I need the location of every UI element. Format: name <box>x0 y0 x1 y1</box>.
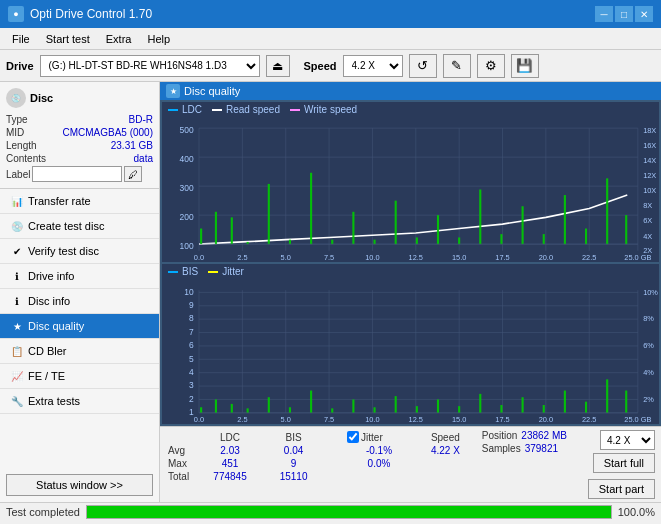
menu-file[interactable]: File <box>4 31 38 47</box>
disc-section: 💿 Disc Type BD-R MID CMCMAGBA5 (000) Len… <box>0 82 159 189</box>
read-speed-legend-label: Read speed <box>226 104 280 115</box>
sidebar-item-verify-test-disc[interactable]: ✔ Verify test disc <box>0 239 159 264</box>
svg-rect-116 <box>247 408 249 412</box>
svg-text:8: 8 <box>189 313 194 323</box>
svg-text:200: 200 <box>180 211 194 221</box>
svg-rect-44 <box>231 217 233 244</box>
total-ldc: 774845 <box>196 470 264 483</box>
eject-button[interactable]: ⏏ <box>266 55 290 77</box>
speed-col-header: Speed <box>415 430 476 444</box>
settings-button[interactable]: ⚙ <box>477 54 505 78</box>
svg-rect-125 <box>437 399 439 412</box>
sidebar: 💿 Disc Type BD-R MID CMCMAGBA5 (000) Len… <box>0 82 160 502</box>
label-input[interactable] <box>32 166 122 182</box>
svg-rect-123 <box>395 396 397 413</box>
drive-label: Drive <box>6 60 34 72</box>
avg-ldc: 2.03 <box>196 444 264 457</box>
total-bis: 15110 <box>264 470 323 483</box>
drive-select[interactable]: (G:) HL-DT-ST BD-RE WH16NS48 1.D3 <box>40 55 260 77</box>
svg-text:22.5: 22.5 <box>582 253 596 262</box>
ldc-col-header: LDC <box>196 430 264 444</box>
drive-info-icon: ℹ <box>10 269 24 283</box>
write-button[interactable]: ✎ <box>443 54 471 78</box>
speed-select[interactable]: 4.2 X <box>343 55 403 77</box>
chart1-svg: 500 400 300 200 100 18X 16X 14X 12X 10X … <box>162 117 659 262</box>
close-button[interactable]: ✕ <box>635 6 653 22</box>
sidebar-item-label: Disc info <box>28 295 70 307</box>
svg-rect-65 <box>162 279 659 424</box>
test-speed-select[interactable]: 4.2 X <box>600 430 655 450</box>
avg-jitter: -0.1% <box>343 444 415 457</box>
svg-rect-132 <box>585 402 587 413</box>
sidebar-item-cd-bler[interactable]: 📋 CD Bler <box>0 339 159 364</box>
speed-value: 4.22 X <box>415 444 476 457</box>
svg-rect-127 <box>479 394 481 413</box>
svg-rect-54 <box>437 215 439 244</box>
refresh-button[interactable]: ↺ <box>409 54 437 78</box>
jitter-legend-label: Jitter <box>222 266 244 277</box>
ldc-legend-color <box>168 109 178 111</box>
menu-extra[interactable]: Extra <box>98 31 140 47</box>
svg-text:0.0: 0.0 <box>194 253 204 262</box>
label-set-button[interactable]: 🖊 <box>124 166 142 182</box>
svg-rect-62 <box>606 178 608 244</box>
svg-rect-128 <box>500 405 502 413</box>
start-part-button[interactable]: Start part <box>588 479 655 499</box>
menu-help[interactable]: Help <box>139 31 178 47</box>
sidebar-item-label: Create test disc <box>28 220 104 232</box>
svg-rect-47 <box>289 240 291 244</box>
svg-rect-124 <box>416 406 418 413</box>
svg-rect-117 <box>268 397 270 413</box>
svg-text:100: 100 <box>180 240 194 250</box>
svg-text:7.5: 7.5 <box>324 253 334 262</box>
sidebar-item-disc-info[interactable]: ℹ Disc info <box>0 289 159 314</box>
svg-text:5: 5 <box>189 353 194 363</box>
sidebar-item-fe-te[interactable]: 📈 FE / TE <box>0 364 159 389</box>
speed-label: Speed <box>304 60 337 72</box>
minimize-button[interactable]: ─ <box>595 6 613 22</box>
svg-text:4: 4 <box>189 367 194 377</box>
sidebar-item-label: Extra tests <box>28 395 80 407</box>
svg-rect-130 <box>543 405 545 413</box>
svg-text:17.5: 17.5 <box>495 415 509 424</box>
content-icon: ★ <box>166 84 180 98</box>
sidebar-item-disc-quality[interactable]: ★ Disc quality <box>0 314 159 339</box>
fe-te-icon: 📈 <box>10 369 24 383</box>
svg-text:2.5: 2.5 <box>237 415 247 424</box>
bis-legend-color <box>168 271 178 273</box>
type-label: Type <box>6 114 28 125</box>
mid-value: CMCMAGBA5 (000) <box>62 127 153 138</box>
chart2-legend: BIS Jitter <box>162 264 659 279</box>
svg-text:2: 2 <box>189 393 194 403</box>
save-button[interactable]: 💾 <box>511 54 539 78</box>
extra-tests-icon: 🔧 <box>10 394 24 408</box>
progress-bar-inner <box>87 506 611 518</box>
drive-bar: Drive (G:) HL-DT-ST BD-RE WH16NS48 1.D3 … <box>0 50 661 82</box>
status-window-button[interactable]: Status window >> <box>6 474 153 496</box>
svg-text:500: 500 <box>180 124 194 134</box>
svg-rect-115 <box>231 404 233 413</box>
svg-text:12.5: 12.5 <box>409 415 423 424</box>
menu-start-test[interactable]: Start test <box>38 31 98 47</box>
jitter-checkbox[interactable] <box>347 431 359 443</box>
start-full-button[interactable]: Start full <box>593 453 655 473</box>
sidebar-item-label: Verify test disc <box>28 245 99 257</box>
svg-text:3: 3 <box>189 380 194 390</box>
svg-text:15.0: 15.0 <box>452 415 466 424</box>
sidebar-item-drive-info[interactable]: ℹ Drive info <box>0 264 159 289</box>
svg-rect-48 <box>310 173 312 244</box>
maximize-button[interactable]: □ <box>615 6 633 22</box>
svg-text:8%: 8% <box>643 314 654 323</box>
svg-rect-122 <box>373 407 375 413</box>
svg-rect-42 <box>200 229 202 245</box>
window-controls: ─ □ ✕ <box>595 6 653 22</box>
sidebar-item-create-test-disc[interactable]: 💿 Create test disc <box>0 214 159 239</box>
svg-rect-53 <box>416 237 418 244</box>
app-title: Opti Drive Control 1.70 <box>30 7 152 21</box>
chart2-svg: 10 9 8 7 6 5 4 3 2 1 10% 8% 6% <box>162 279 659 424</box>
svg-text:4%: 4% <box>643 368 654 377</box>
sidebar-item-transfer-rate[interactable]: 📊 Transfer rate <box>0 189 159 214</box>
svg-text:9: 9 <box>189 300 194 310</box>
sidebar-item-extra-tests[interactable]: 🔧 Extra tests <box>0 389 159 414</box>
type-value: BD-R <box>129 114 153 125</box>
